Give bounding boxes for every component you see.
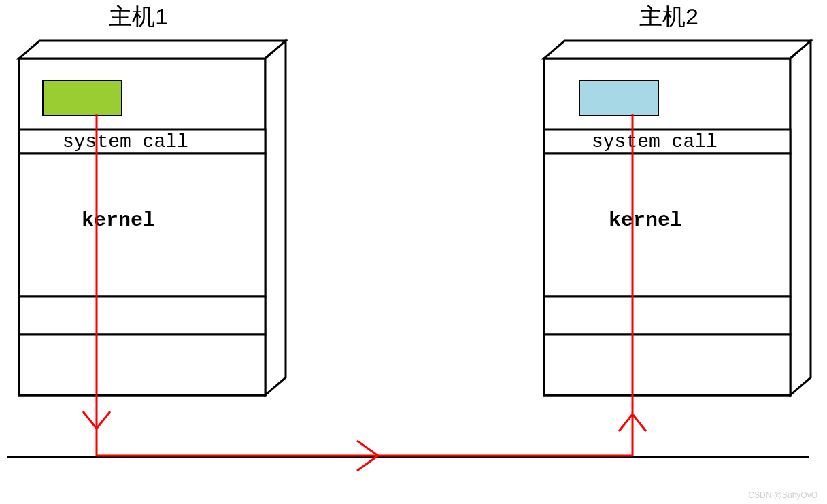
watermark-text: CSDN @SuhyOvO — [748, 490, 817, 500]
svg-marker-1 — [19, 41, 286, 58]
host2-kernel-label: kernel — [609, 209, 682, 232]
svg-marker-9 — [790, 41, 811, 395]
svg-rect-12 — [544, 297, 790, 335]
host2-box: system call kernel — [544, 41, 811, 395]
diagram-canvas: 主机1 主机2 system call kernel system call — [0, 0, 827, 504]
svg-rect-13 — [544, 335, 790, 395]
host2-title: 主机2 — [639, 3, 698, 29]
host1-box: system call kernel — [19, 41, 286, 395]
host1-syscall-label: system call — [63, 131, 188, 152]
host2-process-block — [579, 80, 658, 116]
svg-marker-2 — [265, 41, 286, 395]
host1-kernel-label: kernel — [82, 209, 155, 232]
host2-syscall-label: system call — [592, 131, 718, 152]
host1-process-block — [43, 80, 122, 116]
host1-title: 主机1 — [109, 3, 168, 29]
svg-rect-6 — [19, 335, 265, 395]
svg-rect-5 — [19, 297, 265, 335]
svg-marker-8 — [544, 41, 811, 58]
